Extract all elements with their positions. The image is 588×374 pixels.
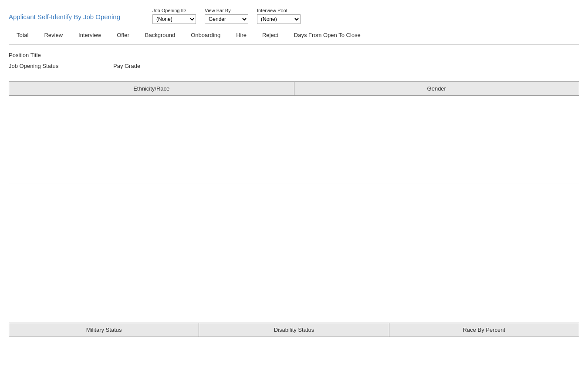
page-title: Applicant Self-Identify By Job Opening	[9, 13, 139, 20]
filter-section: Position Title Job Opening Status Pay Gr…	[0, 45, 588, 78]
job-opening-status-label: Job Opening Status	[9, 63, 96, 69]
tab-background[interactable]: Background	[137, 30, 183, 40]
page-container: Applicant Self-Identify By Job Opening J…	[0, 0, 588, 374]
interview-pool-select[interactable]: (None)	[257, 14, 301, 24]
bottom-panels: Military Status Disability Status Race B…	[0, 323, 588, 337]
tab-total[interactable]: Total	[9, 30, 36, 40]
content-area	[0, 96, 588, 279]
job-opening-id-group: Job Opening ID (None)	[152, 8, 196, 24]
header-row: Applicant Self-Identify By Job Opening J…	[0, 4, 588, 24]
top-panels: Ethnicity/Race Gender	[0, 78, 588, 96]
tab-reject[interactable]: Reject	[254, 30, 286, 40]
tab-interview[interactable]: Interview	[71, 30, 109, 40]
interview-pool-label: Interview Pool	[257, 8, 301, 13]
nav-tabs-row: Total Review Interview Offer Background …	[0, 24, 588, 44]
tab-onboarding[interactable]: Onboarding	[183, 30, 228, 40]
panel-ethnicity-race[interactable]: Ethnicity/Race	[9, 81, 294, 96]
panel-gender[interactable]: Gender	[294, 81, 580, 96]
tab-offer[interactable]: Offer	[109, 30, 137, 40]
pay-grade-label: Pay Grade	[113, 63, 200, 69]
view-bar-by-label: View Bar By	[205, 8, 248, 13]
mid-divider	[9, 183, 579, 183]
job-opening-id-label: Job Opening ID	[152, 8, 196, 13]
tab-hire[interactable]: Hire	[228, 30, 254, 40]
panel-military-status[interactable]: Military Status	[9, 323, 199, 337]
interview-pool-group: Interview Pool (None)	[257, 8, 301, 24]
filter-row-status-grade: Job Opening Status Pay Grade	[9, 63, 579, 69]
tab-review[interactable]: Review	[36, 30, 71, 40]
tab-days-from-open-to-close[interactable]: Days From Open To Close	[286, 30, 368, 40]
panel-disability-status[interactable]: Disability Status	[199, 323, 389, 337]
view-bar-by-select[interactable]: Gender	[205, 14, 248, 24]
job-opening-id-select[interactable]: (None)	[152, 14, 196, 24]
view-bar-by-group: View Bar By Gender	[205, 8, 248, 24]
controls-row: Job Opening ID (None) View Bar By Gender…	[152, 8, 301, 24]
panel-race-by-percent[interactable]: Race By Percent	[389, 323, 579, 337]
filter-row-position: Position Title	[9, 52, 579, 58]
position-title-label: Position Title	[9, 52, 96, 58]
